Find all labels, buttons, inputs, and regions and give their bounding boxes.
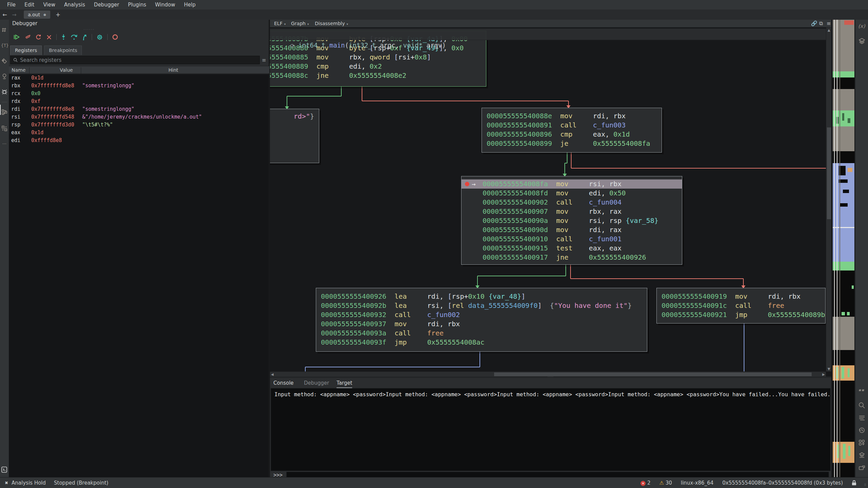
error-count[interactable]: ✕ 2 [640,480,650,486]
toggle-breakpoint-button[interactable] [112,34,118,40]
graph-block-success-block[interactable]: 0000555555400926 lea rdi, [rsp+0x10 {var… [316,288,647,352]
menu-file[interactable]: File [3,1,19,9]
register-row[interactable]: rdi0x7fffffffd8e8"somestringlongg" [9,105,269,113]
reanalyze-icon[interactable]: ⟳ [290,42,295,49]
disasm-line[interactable]: 0000555555400891 call c_fun003 [482,121,662,130]
tab-console[interactable]: Console [273,380,294,386]
disasm-line[interactable]: 000055555540091c call free [657,301,825,310]
graph-block-clipped-left[interactable]: rd>"} [270,109,319,163]
disasm-line[interactable]: 0000555555400915 test eax, eax [462,244,682,253]
menu-plugins[interactable]: Plugins [124,1,150,9]
strings-icon[interactable] [858,387,866,395]
new-tab-button[interactable]: + [56,11,60,18]
menu-help[interactable]: Help [180,1,199,9]
disasm-line[interactable]: 0000555555400885 mov rbx, qword [rsi+0x8… [270,53,486,62]
menu-window[interactable]: Window [151,1,179,9]
step-over-button[interactable] [71,34,78,40]
disasm-line[interactable]: 0000555555400910 call c_fun001 [462,234,682,244]
scroll-left-icon[interactable]: ◀ [271,372,274,376]
log-icon[interactable] [858,414,866,422]
panel-drag-handle[interactable]: ······ [84,27,95,32]
resize-grip[interactable]: ⠿ [864,483,867,487]
scroll-right-icon[interactable]: ▶ [822,372,825,376]
quit-debugger-button[interactable] [46,34,52,40]
dismiss-analysis-icon[interactable]: ✖ [5,481,8,485]
disasm-line[interactable]: 000055555540090a mov rsi, rsp {var_58} [462,216,682,225]
symbols-hash-icon[interactable] [1,27,8,33]
disasm-line[interactable]: 00005555554008fd mov edi, 0x50 [462,189,682,198]
pane-menu-icon[interactable]: ≡ [827,20,831,27]
disasm-line[interactable]: 0000555555400937 mov rdi, rbx [316,319,647,329]
tag-list-icon[interactable] [858,464,866,471]
memory-pin-icon[interactable] [1,73,8,80]
tag-icon[interactable] [1,58,8,65]
register-row[interactable]: rbx0x7fffffffd8e8"somestringlongg" [9,82,269,90]
menu-edit[interactable]: Edit [21,1,38,9]
restart-button[interactable] [35,34,42,40]
disasm-line[interactable]: 000055555540088e mov rdi, rbx [482,111,662,121]
scroll-up-icon[interactable]: ▲ [828,28,830,32]
memory-stack-icon[interactable] [858,452,866,459]
register-options-icon[interactable]: ≡ [262,57,266,63]
graph-block-current-block[interactable]: →00005555554008fa mov rsi, rbx0000555555… [461,176,682,265]
forward-arrow-icon[interactable]: → [10,12,19,18]
disasm-line[interactable]: 0000555555400926 lea rdi, [rsp+0x10 {var… [316,292,647,301]
register-row[interactable]: edi0xffffd8e8 [9,137,269,144]
debugger-bug-icon[interactable] [1,88,8,95]
disasm-line[interactable]: 0000555555400907 mov rbx, rax [462,207,682,216]
lock-icon[interactable] [852,480,856,485]
disasm-line[interactable]: rd>"} [270,112,319,121]
disasm-line[interactable]: 000055555540088c jne 0x5555554008e2 [270,71,486,80]
hscroll-handle[interactable] [494,372,812,376]
step-into-button[interactable] [61,34,66,40]
components-icon[interactable] [858,439,866,447]
disasm-line[interactable]: 000055555540093f jmp 0x5555554008ac [316,338,647,347]
stack-layers-icon[interactable] [858,37,866,45]
disasm-line[interactable]: 0000555555400921 jmp 0x55555540089b [657,310,825,319]
register-row[interactable]: rax0x1d [9,74,269,82]
disassembly-graph[interactable]: ⟳int64_t main(int32_t argc, void* argv) … [270,28,826,371]
more-panels-icon[interactable]: ··· [1,141,8,148]
disasm-line[interactable]: 0000555555400917 jne 0x555555400926 [462,253,682,262]
disasm-line[interactable]: 0000555555400896 cmp eax, 0x1d [482,130,662,139]
menu-analysis[interactable]: Analysis [60,1,89,9]
history-icon[interactable] [858,426,866,434]
resume-button[interactable] [14,34,20,40]
tab-aout[interactable]: a.out ● [24,11,50,19]
register-search-input[interactable]: Search registers [10,56,260,64]
step-return-button[interactable] [82,34,87,40]
disasm-line[interactable]: 000055555540090d mov rdi, rax [462,225,682,234]
hierarchy-icon[interactable] [1,109,8,116]
disasm-line[interactable]: 000055555540092b lea rsi, [rel data_5555… [316,301,647,310]
types-icon[interactable]: {T} [1,42,8,49]
register-row[interactable]: rcx0x0 [9,90,269,98]
disasm-line[interactable]: →00005555554008fa mov rsi, rbx [462,179,682,189]
find-icon[interactable] [858,402,866,409]
process-swap-icon[interactable] [1,125,8,132]
variables-icon[interactable]: (x) [858,23,866,31]
disasm-line[interactable]: 0000555555400919 mov rdi, rbx [657,292,825,301]
graph-vertical-scrollbar[interactable]: ▲ ▼ [826,28,831,371]
tab-console-target[interactable]: Target [337,380,352,388]
register-table[interactable]: rax0x1drbx0x7fffffffd8e8"somestringlongg… [9,74,269,477]
graph-block-fail-block[interactable]: 0000555555400919 mov rdi, rbx00005555554… [656,288,826,324]
view-dropdown[interactable]: Graph▾ [291,21,309,26]
vscroll-handle[interactable] [827,127,831,219]
warning-count[interactable]: ⚠ 30 [659,480,672,486]
debugger-settings-gear-icon[interactable] [96,34,103,40]
disasm-line[interactable]: 0000555555400932 call c_fun002 [316,310,647,319]
disasm-line[interactable]: 0000555555400899 je 0x5555554008fa [482,139,662,148]
kill-process-button[interactable] [24,34,31,40]
mode-dropdown[interactable]: Disassembly▾ [315,21,348,26]
register-row[interactable]: eax0x1d [9,129,269,137]
register-row[interactable]: rdx0xf [9,98,269,105]
tab-modified-dot[interactable]: ● [43,13,46,16]
tab-registers[interactable]: Registers [10,46,42,55]
menu-debugger[interactable]: Debugger [90,1,123,9]
terminal-icon[interactable] [1,466,8,473]
console-output[interactable]: Input method: <appname> <password>Input … [271,388,831,471]
tab-breakpoints[interactable]: Breakpoints [44,46,82,55]
split-view-icon[interactable]: ⧉ [819,20,823,27]
graph-block-cmp-block[interactable]: 000055555540088e mov rdi, rbx00005555554… [482,108,662,153]
link-views-icon[interactable]: 🔗 [811,20,817,27]
